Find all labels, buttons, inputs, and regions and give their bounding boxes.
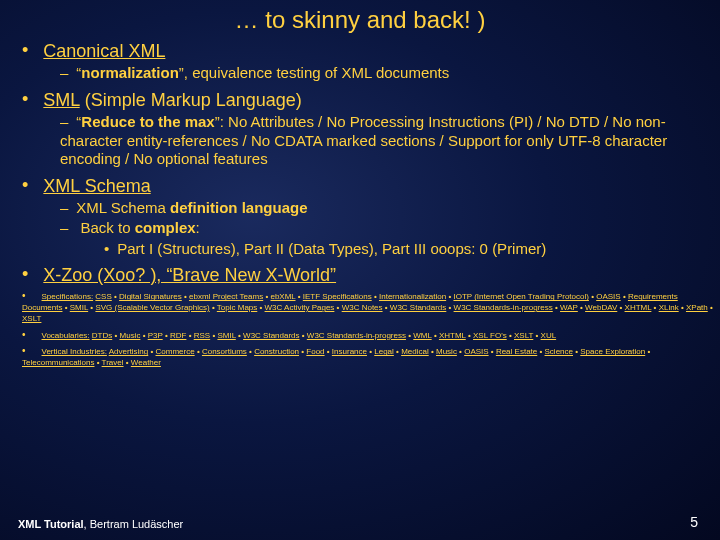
tiny-link[interactable]: Advertising bbox=[109, 347, 149, 356]
sub-back-complex: Back to complex: Part I (Structures), Pa… bbox=[60, 219, 720, 259]
tiny-link[interactable]: RDF bbox=[170, 331, 186, 340]
tiny-link[interactable]: XPath bbox=[686, 303, 708, 312]
tiny-link[interactable]: W3C Standards-in-progress bbox=[454, 303, 553, 312]
tiny-link[interactable]: WebDAV bbox=[585, 303, 617, 312]
tiny-link[interactable]: XSLT bbox=[22, 314, 41, 323]
tiny-link[interactable]: Internationalization bbox=[379, 292, 446, 301]
tiny-link[interactable]: W3C Standards-in-progress bbox=[307, 331, 406, 340]
tiny-link[interactable]: XUL bbox=[541, 331, 557, 340]
tiny-link[interactable]: Science bbox=[545, 347, 573, 356]
tiny-vocab: Vocabularies: DTDs • Music • P3P • RDF •… bbox=[22, 328, 720, 342]
tiny-link[interactable]: XLink bbox=[659, 303, 679, 312]
tiny-list: Specifications: CSS • Digital Signatures… bbox=[22, 289, 720, 369]
tiny-link[interactable]: Insurance bbox=[332, 347, 367, 356]
tiny-link[interactable]: Construction bbox=[254, 347, 299, 356]
tiny-link[interactable]: XSLT bbox=[514, 331, 533, 340]
tiny-link[interactable]: ebxml Project Teams bbox=[189, 292, 263, 301]
footer-title: XML Tutorial bbox=[18, 518, 84, 530]
tiny-link[interactable]: ebXML bbox=[270, 292, 295, 301]
tiny-link[interactable]: W3C Activity Pages bbox=[265, 303, 335, 312]
tiny-link[interactable]: OASIS bbox=[596, 292, 620, 301]
sub-normalization: “normalization”, equivalence testing of … bbox=[60, 64, 720, 83]
tiny-link[interactable]: Digital Signatures bbox=[119, 292, 182, 301]
tiny-link[interactable]: Legal bbox=[374, 347, 394, 356]
page-number: 5 bbox=[690, 514, 698, 530]
xzoo-label: X-Zoo (Xoo? ), “Brave New X-World” bbox=[43, 265, 336, 285]
tiny-vertical: Vertical Industries: Advertising • Comme… bbox=[22, 344, 720, 369]
tiny-link[interactable]: W3C Standards bbox=[390, 303, 446, 312]
tiny-link[interactable]: Topic Maps bbox=[217, 303, 257, 312]
tiny-link[interactable]: WML bbox=[413, 331, 431, 340]
tiny-link[interactable]: Travel bbox=[102, 358, 124, 367]
tiny-link[interactable]: Commerce bbox=[156, 347, 195, 356]
sub3-parts: Part I (Structures), Part II (Data Types… bbox=[104, 240, 720, 259]
tiny-link[interactable]: W3C Standards bbox=[243, 331, 299, 340]
tiny-link[interactable]: P3P bbox=[148, 331, 163, 340]
tiny-link[interactable]: CSS bbox=[95, 292, 111, 301]
tiny-link[interactable]: Real Estate bbox=[496, 347, 537, 356]
tiny-link[interactable]: Telecommunications bbox=[22, 358, 94, 367]
tiny-link[interactable]: W3C Notes bbox=[342, 303, 383, 312]
tiny-link[interactable]: XSL FO's bbox=[473, 331, 507, 340]
tiny-link[interactable]: Medical bbox=[401, 347, 429, 356]
tiny-link[interactable]: SVG (Scalable Vector Graphics) bbox=[95, 303, 209, 312]
tiny-link[interactable]: Music bbox=[436, 347, 457, 356]
tiny-link[interactable]: RSS bbox=[194, 331, 210, 340]
tiny-link[interactable]: DTDs bbox=[92, 331, 112, 340]
slide-title: … to skinny and back! ) bbox=[0, 0, 720, 38]
tiny-link[interactable]: Food bbox=[306, 347, 324, 356]
bullet-xzoo: X-Zoo (Xoo? ), “Brave New X-World” bbox=[22, 264, 720, 286]
tiny-link[interactable]: Weather bbox=[131, 358, 161, 367]
sml-link[interactable]: SML bbox=[43, 90, 79, 110]
tiny-link[interactable]: IOTP (Internet Open Trading Protocol) bbox=[453, 292, 588, 301]
bullet-canonical-xml: Canonical XML “normalization”, equivalen… bbox=[22, 40, 720, 83]
tiny-link[interactable]: IETF Specifications bbox=[303, 292, 372, 301]
sub-reduce: “Reduce to the max”: No Attributes / No … bbox=[60, 113, 720, 169]
canonical-xml-link[interactable]: Canonical XML bbox=[43, 41, 165, 61]
bullet-list: Canonical XML “normalization”, equivalen… bbox=[22, 40, 720, 286]
footer-author: , Bertram Ludäscher bbox=[84, 518, 184, 530]
tiny-link[interactable]: Music bbox=[120, 331, 141, 340]
tiny-link[interactable]: SMIL bbox=[70, 303, 88, 312]
sml-rest: (Simple Markup Language) bbox=[80, 90, 302, 110]
footer: XML Tutorial, Bertram Ludäscher bbox=[18, 518, 183, 530]
xml-schema-link[interactable]: XML Schema bbox=[43, 176, 150, 196]
tiny-link[interactable]: XHTML bbox=[625, 303, 652, 312]
sub-definition-lang: XML Schema definition language bbox=[60, 199, 720, 218]
tiny-link[interactable]: Consortiums bbox=[202, 347, 247, 356]
tiny-link[interactable]: WAP bbox=[560, 303, 578, 312]
bullet-sml: SML (Simple Markup Language) “Reduce to … bbox=[22, 89, 720, 169]
tiny-link[interactable]: XHTML bbox=[439, 331, 466, 340]
tiny-specs: Specifications: CSS • Digital Signatures… bbox=[22, 289, 720, 324]
tiny-link[interactable]: OASIS bbox=[464, 347, 488, 356]
tiny-link[interactable]: Space Exploration bbox=[580, 347, 645, 356]
bullet-xml-schema: XML Schema XML Schema definition languag… bbox=[22, 175, 720, 258]
tiny-link[interactable]: SMIL bbox=[217, 331, 235, 340]
